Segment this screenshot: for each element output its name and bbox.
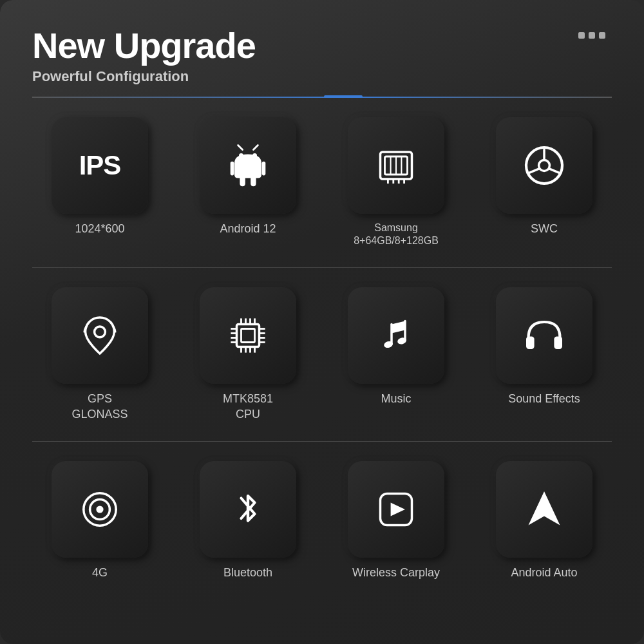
svg-point-20 — [95, 327, 106, 337]
feature-row-1: IPS 1024*600 Android 12 — [32, 117, 612, 249]
icon-box-4g — [52, 461, 148, 558]
label-androidauto: Android Auto — [511, 565, 577, 580]
feature-music: Music — [328, 287, 464, 422]
music-icon — [374, 313, 419, 358]
label-samsung: Samsung8+64GB/8+128GB — [354, 222, 439, 249]
svg-point-45 — [96, 506, 103, 513]
androidauto-icon — [522, 487, 567, 532]
page-subtitle: Powerful Configuration — [32, 68, 612, 85]
header-divider — [32, 97, 612, 98]
cpu-icon — [225, 313, 270, 358]
steering-icon — [522, 143, 567, 188]
svg-line-5 — [253, 145, 258, 149]
menu-dot-2 — [589, 32, 595, 39]
label-ips: 1024*600 — [75, 222, 124, 236]
icon-box-sound — [496, 287, 592, 384]
svg-rect-44 — [554, 337, 562, 350]
feature-swc: SWC — [477, 117, 612, 249]
feature-4g: 4G — [32, 461, 167, 580]
icon-box-cpu — [200, 287, 296, 384]
label-bluetooth: Bluetooth — [223, 565, 272, 580]
icon-box-music — [348, 287, 444, 384]
signal-icon — [77, 487, 122, 532]
label-gps: GPSGLONASS — [71, 392, 128, 422]
svg-rect-43 — [526, 337, 535, 350]
feature-gps: GPSGLONASS — [32, 287, 167, 422]
label-music: Music — [381, 392, 411, 406]
svg-line-18 — [529, 168, 540, 173]
feature-bluetooth: Bluetooth — [180, 461, 316, 580]
feature-androidauto: Android Auto — [477, 461, 612, 580]
svg-line-19 — [549, 168, 560, 173]
icon-box-ips: IPS — [52, 117, 148, 214]
memory-icon — [374, 143, 419, 188]
svg-line-4 — [238, 145, 243, 149]
label-carplay: Wireless Carplay — [352, 565, 440, 580]
icon-box-carplay — [348, 461, 444, 558]
icon-box-android — [200, 117, 296, 214]
gps-icon — [77, 313, 122, 358]
page-title: New Upgrade — [32, 26, 612, 66]
svg-rect-21 — [237, 325, 260, 347]
feature-android: Android 12 — [180, 117, 316, 249]
icon-box-samsung — [348, 117, 444, 214]
icon-box-gps — [52, 287, 148, 384]
feature-samsung: Samsung8+64GB/8+128GB — [328, 117, 464, 249]
ips-text-icon: IPS — [79, 150, 121, 181]
feature-sound: Sound Effects — [477, 287, 612, 422]
header: New Upgrade Powerful Configuration — [32, 26, 612, 85]
main-container: New Upgrade Powerful Configuration IPS 1… — [0, 0, 644, 644]
section-divider-2 — [32, 441, 612, 442]
headphones-icon — [522, 313, 567, 358]
feature-cpu: MTK8581CPU — [180, 287, 316, 422]
menu-dot-1 — [578, 32, 585, 39]
svg-marker-48 — [391, 502, 405, 516]
feature-row-3: 4G Bluetooth Wi — [32, 461, 612, 580]
menu-dot-3 — [599, 32, 605, 39]
icon-box-androidauto — [496, 461, 592, 558]
section-divider-1 — [32, 267, 612, 268]
menu-dots — [578, 32, 605, 39]
feature-carplay: Wireless Carplay — [328, 461, 464, 580]
svg-point-16 — [539, 160, 550, 171]
bluetooth-icon — [225, 487, 270, 532]
label-android: Android 12 — [220, 222, 276, 236]
feature-row-2: GPSGLONASS — [32, 287, 612, 422]
icon-box-bluetooth — [200, 461, 296, 558]
label-sound: Sound Effects — [508, 392, 580, 406]
svg-marker-49 — [529, 491, 560, 526]
android-icon — [225, 143, 270, 188]
icon-box-swc — [496, 117, 592, 214]
carplay-icon — [374, 487, 419, 532]
feature-ips: IPS 1024*600 — [32, 117, 167, 249]
svg-rect-22 — [242, 329, 255, 343]
label-cpu: MTK8581CPU — [223, 392, 273, 422]
label-swc: SWC — [531, 222, 558, 236]
label-4g: 4G — [92, 565, 108, 580]
